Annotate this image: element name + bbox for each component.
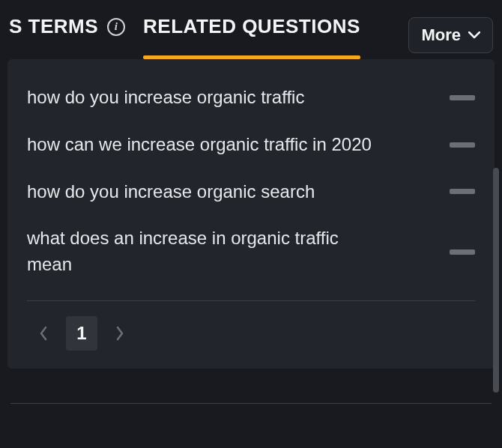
chevron-down-icon — [468, 31, 480, 39]
difficulty-bar-icon — [450, 189, 475, 194]
tab-terms[interactable]: S TERMS i — [9, 10, 125, 59]
question-text: how do you increase organic search — [27, 179, 315, 205]
chevron-right-icon — [115, 326, 124, 341]
tab-related-label: RELATED QUESTIONS — [143, 15, 360, 38]
question-row[interactable]: how do you increase organic search — [27, 169, 475, 216]
question-row[interactable]: how can we increase organic traffic in 2… — [27, 121, 475, 169]
tab-terms-label: S TERMS — [9, 15, 98, 38]
divider — [27, 300, 475, 301]
section-divider — [10, 403, 492, 404]
question-text: how do you increase organic traffic — [27, 85, 304, 111]
question-row[interactable]: what does an increase in organic traffic… — [27, 215, 475, 288]
more-button[interactable]: More — [408, 17, 493, 53]
difficulty-bar-icon — [450, 249, 475, 255]
difficulty-bar-icon — [450, 95, 475, 100]
questions-panel: how do you increase organic traffic how … — [7, 59, 495, 369]
question-text: how can we increase organic traffic in 2… — [27, 132, 372, 158]
question-text: what does an increase in organic traffic… — [27, 225, 379, 278]
scrollbar-thumb[interactable] — [493, 168, 499, 393]
info-icon[interactable]: i — [107, 18, 125, 36]
tab-related-questions[interactable]: RELATED QUESTIONS — [143, 10, 360, 59]
more-button-label: More — [421, 25, 461, 45]
next-page-button[interactable] — [111, 324, 129, 342]
tabs-row: S TERMS i RELATED QUESTIONS More — [0, 0, 502, 59]
difficulty-bar-icon — [450, 142, 475, 148]
pagination: 1 — [27, 316, 475, 351]
question-row[interactable]: how do you increase organic traffic — [27, 74, 475, 121]
chevron-left-icon — [39, 326, 48, 341]
prev-page-button[interactable] — [34, 324, 52, 342]
page-number-current[interactable]: 1 — [66, 316, 97, 351]
